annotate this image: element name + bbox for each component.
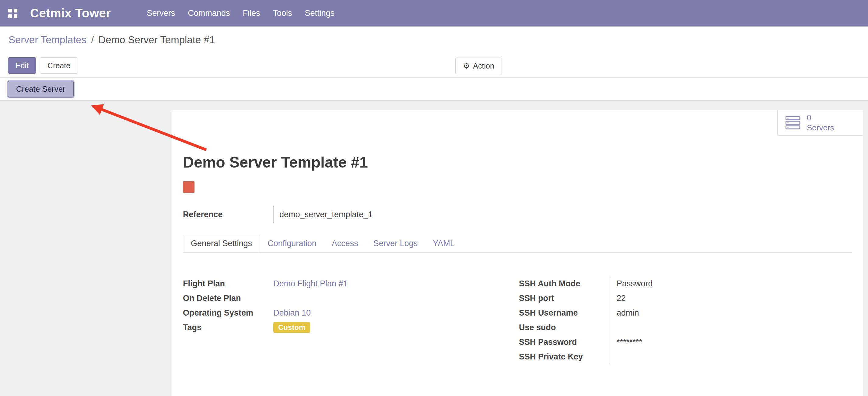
menu-item-tools[interactable]: Tools: [273, 8, 292, 18]
color-swatch: [183, 181, 194, 193]
reference-label: Reference: [183, 206, 273, 223]
servers-count: 0: [807, 113, 834, 123]
field-label-on-delete-plan: On Delete Plan: [183, 291, 273, 306]
tab-configuration[interactable]: Configuration: [260, 235, 324, 252]
menu-item-commands[interactable]: Commands: [188, 8, 230, 18]
content-area: 0 Servers Demo Server Template #1 Refere…: [0, 101, 868, 396]
record-title: Demo Server Template #1: [183, 153, 852, 171]
control-panel: Edit Create ⚙ Action: [0, 53, 868, 78]
servers-stat-button[interactable]: 0 Servers: [777, 110, 863, 136]
reference-field: Reference demo_server_template_1: [183, 206, 852, 223]
field-value-ssh-auth-mode: Password: [617, 276, 852, 291]
field-groups: Flight Plan On Delete Plan Operating Sys…: [183, 276, 852, 382]
apps-grid-icon[interactable]: [8, 9, 17, 18]
field-value-operating-system[interactable]: Debian 10: [273, 308, 311, 318]
tab-yaml[interactable]: YAML: [425, 235, 462, 252]
field-group-right: SSH Auth Mode SSH port SSH Username Use …: [519, 276, 852, 364]
top-navbar: Cetmix Tower Servers Commands Files Tool…: [0, 0, 868, 27]
menu-item-servers[interactable]: Servers: [147, 8, 175, 18]
servers-count-label: Servers: [807, 123, 834, 133]
create-button[interactable]: Create: [40, 57, 78, 74]
field-label-ssh-password: SSH Password: [519, 335, 610, 349]
create-server-button[interactable]: Create Server: [8, 81, 74, 97]
action-button-label: Action: [473, 61, 494, 70]
breadcrumb-parent-link[interactable]: Server Templates: [8, 34, 87, 46]
breadcrumb-current: Demo Server Template #1: [98, 34, 215, 46]
menu-item-settings[interactable]: Settings: [305, 8, 335, 18]
action-button[interactable]: ⚙ Action: [455, 58, 502, 74]
field-label-ssh-auth-mode: SSH Auth Mode: [519, 276, 610, 291]
field-label-operating-system: Operating System: [183, 306, 273, 320]
field-value-ssh-port: 22: [617, 291, 852, 306]
form-sheet: 0 Servers Demo Server Template #1 Refere…: [172, 110, 863, 396]
field-label-ssh-port: SSH port: [519, 291, 610, 306]
field-label-ssh-username: SSH Username: [519, 306, 610, 320]
field-label-ssh-private-key: SSH Private Key: [519, 349, 610, 364]
sheet-body: Demo Server Template #1 Reference demo_s…: [172, 110, 863, 382]
tab-access[interactable]: Access: [324, 235, 366, 252]
field-label-use-sudo: Use sudo: [519, 320, 610, 335]
field-value-ssh-password: ********: [617, 335, 852, 349]
tab-general-settings[interactable]: General Settings: [183, 235, 260, 252]
object-buttons-row: Create Server: [0, 78, 868, 101]
field-value-flight-plan[interactable]: Demo Flight Plan #1: [273, 279, 348, 288]
field-group-left: Flight Plan On Delete Plan Operating Sys…: [183, 276, 519, 364]
tab-server-logs[interactable]: Server Logs: [366, 235, 426, 252]
field-value-ssh-private-key: [617, 349, 852, 364]
field-value-use-sudo: [617, 320, 852, 335]
gear-icon: ⚙: [463, 62, 470, 70]
app-brand: Cetmix Tower: [30, 6, 111, 20]
notebook-tabs: General Settings Configuration Access Se…: [183, 235, 852, 253]
breadcrumb-separator: /: [91, 34, 94, 46]
field-value-ssh-username: admin: [617, 306, 852, 320]
field-label-tags: Tags: [183, 320, 273, 335]
main-menu: Servers Commands Files Tools Settings: [147, 8, 335, 18]
breadcrumb: Server Templates / Demo Server Template …: [0, 27, 868, 53]
servers-stat-icon: [785, 116, 801, 130]
reference-value: demo_server_template_1: [273, 206, 373, 223]
menu-item-files[interactable]: Files: [243, 8, 260, 18]
edit-button[interactable]: Edit: [8, 57, 36, 74]
tag-badge: Custom: [273, 322, 310, 333]
field-label-flight-plan: Flight Plan: [183, 276, 273, 291]
